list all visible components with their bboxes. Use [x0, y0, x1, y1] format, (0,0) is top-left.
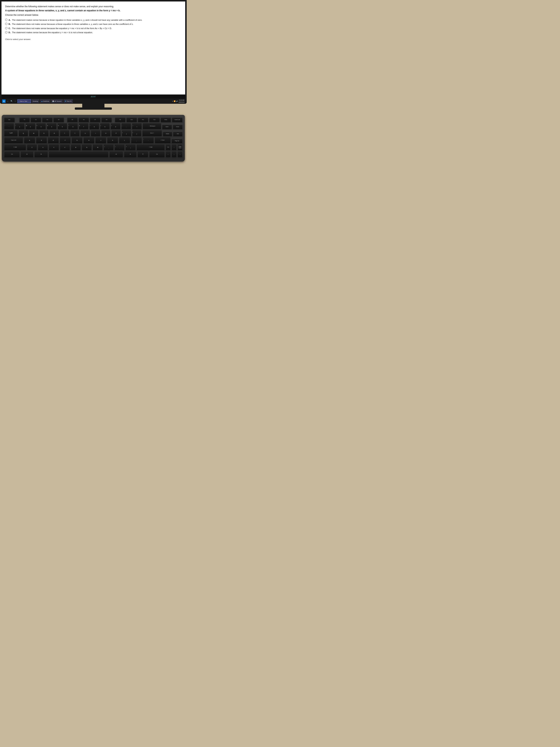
key-lbracket[interactable]: {[	[122, 130, 131, 136]
key-backspace[interactable]: ← Backspace	[142, 123, 161, 129]
key-2[interactable]: @2	[25, 123, 35, 129]
key-x[interactable]: X	[38, 144, 48, 150]
key-c[interactable]: C	[49, 144, 59, 150]
key-m[interactable]: M	[92, 144, 103, 150]
key-6[interactable]: ^6	[68, 123, 78, 129]
key-g[interactable]: G	[72, 137, 83, 144]
key-esc[interactable]: Esc	[4, 118, 15, 122]
key-e[interactable]: E	[39, 130, 49, 136]
key-up[interactable]: ↑	[171, 144, 177, 150]
key-f9[interactable]: F9	[115, 118, 126, 122]
key-9[interactable]: (9	[100, 123, 110, 129]
key-semicolon[interactable]: :;	[131, 137, 142, 144]
option-d[interactable]: D. The statement makes sense because the…	[5, 31, 182, 34]
key-pgup[interactable]: Page Up	[171, 138, 183, 144]
option-a[interactable]: A. The statement makes sense because a l…	[5, 19, 182, 22]
key-k[interactable]: K	[107, 137, 118, 144]
key-equals[interactable]: +=	[132, 123, 142, 129]
key-scroll-lock[interactable]: Scroll Lock	[172, 118, 183, 122]
key-f[interactable]: F	[60, 137, 71, 144]
radio-a[interactable]	[5, 19, 7, 21]
chevron-icon[interactable]: ∧	[172, 100, 173, 102]
cortana-button[interactable]: ○	[14, 100, 17, 103]
start-button[interactable]	[2, 100, 5, 103]
key-3[interactable]: #3	[36, 123, 46, 129]
option-c[interactable]: C. The statement does not make sense bec…	[5, 27, 182, 30]
key-q[interactable]: Q	[19, 130, 28, 136]
key-shift-right[interactable]: ⇧ Shift	[136, 144, 165, 150]
key-comma[interactable]: <,	[104, 144, 114, 150]
key-o[interactable]: O	[101, 130, 111, 136]
key-rbracket[interactable]: }]	[132, 130, 142, 136]
key-1[interactable]: !1	[15, 123, 25, 129]
key-delete[interactable]: Delete	[163, 132, 172, 136]
key-b[interactable]: B	[71, 144, 81, 150]
key-insert[interactable]: Insert	[162, 125, 172, 129]
key-home[interactable]: Home	[173, 125, 183, 129]
key-shift-left[interactable]: ⇧ Shift	[4, 144, 26, 150]
key-4[interactable]: $4	[47, 123, 57, 129]
key-u[interactable]: U	[80, 130, 90, 136]
key-tab[interactable]: Tab ⇄	[4, 130, 18, 136]
key-p[interactable]: P	[111, 130, 121, 136]
radio-b[interactable]	[5, 23, 7, 25]
option-b[interactable]: B. The statement does not make sense bec…	[5, 23, 182, 26]
key-f7[interactable]: F7	[90, 118, 101, 122]
key-f11[interactable]: F11	[138, 118, 149, 122]
key-r[interactable]: R	[49, 130, 59, 136]
key-w[interactable]: W	[29, 130, 38, 136]
key-slash[interactable]: ?/	[125, 144, 136, 150]
desktop-btn[interactable]: Desktop	[32, 99, 39, 103]
key-f5[interactable]: F5	[67, 118, 78, 122]
key-y[interactable]: Y	[70, 130, 80, 136]
search-button[interactable]: 🔍	[10, 100, 13, 103]
key-0[interactable]: )0	[111, 123, 121, 129]
key-enter[interactable]: Enter ↵	[142, 130, 162, 136]
key-down[interactable]: ↓	[171, 151, 177, 157]
key-n[interactable]: N	[82, 144, 92, 150]
key-f10[interactable]: F10	[126, 118, 137, 122]
key-i[interactable]: I	[91, 130, 100, 136]
key-right[interactable]: →	[178, 151, 183, 157]
key-5[interactable]: %5	[57, 123, 68, 129]
key-t[interactable]: T	[60, 130, 70, 136]
key-period[interactable]: >.	[114, 144, 125, 150]
key-alt-right[interactable]: Alt	[109, 151, 123, 157]
key-end[interactable]: End	[173, 132, 183, 136]
take-test-btn[interactable]: e Take a Test - ...	[18, 99, 31, 103]
key-h[interactable]: H	[83, 137, 95, 144]
key-ctrl-r[interactable]: Ctrl	[165, 144, 171, 150]
key-prtsc[interactable]: PrtSc	[161, 118, 171, 122]
key-j[interactable]: J	[95, 137, 106, 144]
key-f6[interactable]: F6	[79, 118, 89, 122]
key-z[interactable]: Z	[27, 144, 37, 150]
onedrive-btn[interactable]: ☁ OneDrive	[40, 99, 50, 103]
key-win-right[interactable]: ⊞	[124, 151, 137, 157]
key-f3[interactable]: F3	[42, 118, 53, 122]
key-backtick[interactable]: ~`	[4, 123, 14, 129]
key-f8[interactable]: F8	[101, 118, 112, 122]
key-minus[interactable]: _-	[121, 123, 131, 129]
key-d[interactable]: D	[48, 137, 59, 144]
key-a[interactable]: A	[24, 137, 35, 144]
key-f12[interactable]: F12	[149, 118, 160, 122]
hp-nurse-btn[interactable]: 🏥 HP Nurse2	[51, 99, 63, 103]
key-pgdn[interactable]: Page Down	[178, 144, 183, 150]
key-enter-wide[interactable]: ↵ Enter	[155, 137, 171, 144]
key-quote[interactable]: "'	[143, 137, 154, 144]
key-menu[interactable]: ☰	[137, 151, 148, 157]
key-8[interactable]: *8	[89, 123, 99, 129]
key-f1[interactable]: F1	[19, 118, 30, 122]
key-win-left[interactable]: ⊞	[21, 151, 33, 157]
key-caps-lock[interactable]: Caps Lock	[4, 137, 23, 144]
key-s[interactable]: S	[36, 137, 47, 144]
key-alt-left[interactable]: Alt	[34, 151, 48, 157]
key-f2[interactable]: F2	[31, 118, 41, 122]
key-7[interactable]: &7	[79, 123, 89, 129]
key-space[interactable]	[49, 151, 108, 157]
key-f4[interactable]: F4	[53, 118, 64, 122]
this-pc-btn[interactable]: 🖥 This PC	[63, 99, 73, 103]
key-ctrl-right[interactable]: Ctrl	[149, 151, 165, 157]
back-button[interactable]: ←	[6, 100, 9, 103]
key-v[interactable]: V	[60, 144, 70, 150]
